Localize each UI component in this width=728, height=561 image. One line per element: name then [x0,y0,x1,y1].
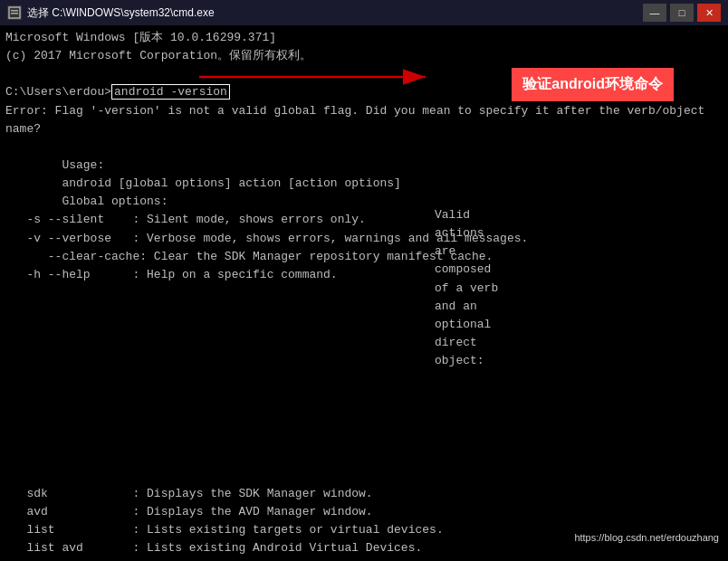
minimize-button[interactable]: — [643,4,666,22]
console-verbose: -v --verbose : Verbose mode, shows error… [5,230,723,248]
console-blank-12 [5,466,723,484]
console-blank-5 [5,338,723,357]
valid-line-7: optional [435,316,498,334]
console-help: -h --help : Help on a specific command. [5,266,723,284]
valid-line-5: of a verb [435,280,498,298]
valid-line-2: actions [435,224,498,242]
valid-line-3: are [435,242,498,261]
window-title: 选择 C:\WINDOWS\system32\cmd.exe [27,5,215,21]
console-line-2: (c) 2017 Microsoft Corporation。保留所有权利。 [5,47,723,65]
console-blank-3 [5,302,723,320]
svg-rect-2 [11,13,18,14]
console-global-options: Global options: [5,193,723,211]
annotation-box: 验证android环境命令 [512,68,674,101]
close-button[interactable]: ✕ [697,4,721,22]
watermark: https://blog.csdn.net/erdouzhang [574,532,719,543]
console-clear-cache: --clear-cache: Clear the SDK Manager rep… [5,248,723,266]
watermark-text: https://blog.csdn.net/erdouzhang [574,532,719,543]
valid-line-4: composed [435,261,498,279]
console-line-1: Microsoft Windows [版本 10.0.16299.371] [5,29,723,47]
console-blank-1 [5,138,723,157]
console-blank-7 [5,376,723,394]
window-icon [7,5,22,20]
title-bar-controls[interactable]: — □ ✕ [643,4,721,22]
title-bar: 选择 C:\WINDOWS\system32\cmd.exe — □ ✕ [0,0,728,25]
highlighted-command: android -version [111,84,230,100]
valid-line-6: and an [435,298,498,316]
console-blank-9 [5,412,723,430]
console-blank-11 [5,448,723,466]
console-blank-8 [5,394,723,412]
console-blank-4 [5,320,723,338]
console-avd: avd : Displays the AVD Manager window. [5,503,723,521]
console-area: Microsoft Windows [版本 10.0.16299.371] (c… [0,25,728,561]
valid-line-1: Valid [435,206,498,224]
console-sdk: sdk : Displays the SDK Manager window. [5,485,723,503]
console-blank-2 [5,284,723,302]
valid-line-9: object: [435,352,498,370]
console-blank-10 [5,430,723,448]
console-error-line-1: Error: Flag '-version' is not a valid gl… [5,102,723,120]
valid-line-8: direct [435,334,498,352]
annotation-text: 验证android环境命令 [522,76,663,91]
console-blank-6 [5,357,723,376]
console-silent: -s --silent : Silent mode, shows errors … [5,211,723,229]
title-bar-left: 选择 C:\WINDOWS\system32\cmd.exe [7,5,215,21]
console-usage-syntax: android [global options] action [action … [5,175,723,193]
console-list-target: list target : Lists existing targets. [5,557,723,561]
maximize-button[interactable]: □ [670,4,694,22]
svg-rect-1 [11,10,18,12]
valid-actions-block: Valid actions are composed of a verb and… [435,206,498,370]
console-error-line-2: name? [5,120,723,138]
console-usage-label: Usage: [5,157,723,175]
